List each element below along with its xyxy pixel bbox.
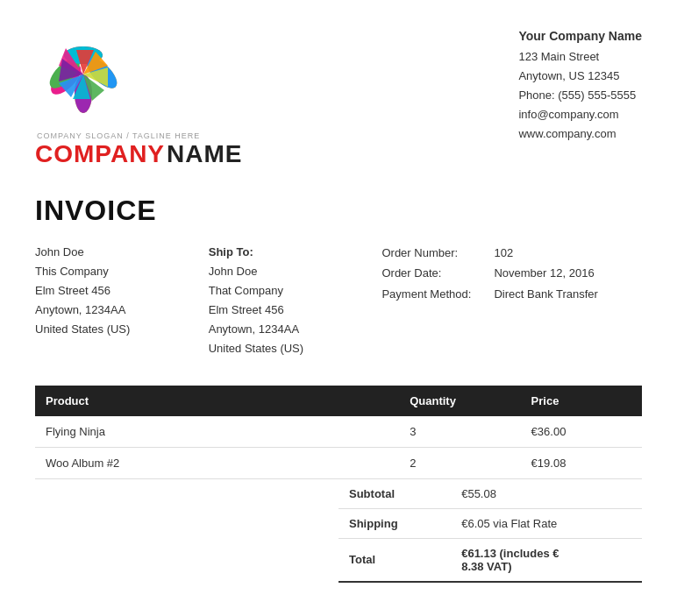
payment-method-value: Direct Bank Transfer [494, 284, 598, 304]
bill-from-city: Anytown, 1234AA [35, 301, 209, 320]
order-info: Order Number: 102 Order Date: November 1… [381, 243, 642, 359]
shipping-label: Shipping [338, 508, 451, 538]
col-header-quantity: Quantity [399, 386, 520, 416]
company-info-email: info@company.com [518, 105, 642, 124]
invoice-header: COMPANY SLOGAN / TAGLINE HERE COMPANY NA… [35, 26, 642, 168]
company-name-black: NAME [167, 140, 242, 168]
subtotal-value: €55.08 [451, 479, 642, 509]
bill-from-company: This Company [35, 262, 209, 281]
logo-area: COMPANY SLOGAN / TAGLINE HERE COMPANY NA… [35, 26, 243, 168]
company-info-phone: Phone: (555) 555-5555 [518, 86, 642, 105]
ship-to-label: Ship To: [209, 243, 382, 262]
ship-to: Ship To: John Doe That Company Elm Stree… [209, 243, 382, 359]
table-row: Woo Album #2 2 €19.08 [35, 447, 642, 478]
totals-table: Subtotal €55.08 Shipping €6.05 via Flat … [338, 479, 642, 583]
total-label: Total [338, 538, 451, 582]
shipping-row: Shipping €6.05 via Flat Rate [338, 508, 642, 538]
table-cell-quantity: 2 [399, 447, 520, 478]
logo-icon [35, 26, 149, 123]
subtotal-row: Subtotal €55.08 [338, 479, 642, 509]
table-cell-price: €19.08 [521, 447, 642, 478]
invoice-table: Product Quantity Price Flying Ninja 3 €3… [35, 386, 642, 479]
invoice-title: INVOICE [35, 195, 642, 227]
total-value: €61.13 (includes €8.38 VAT) [451, 538, 642, 582]
payment-method-row: Payment Method: Direct Bank Transfer [381, 284, 642, 304]
ship-to-name: John Doe [209, 262, 382, 281]
ship-to-country: United States (US) [209, 339, 382, 358]
total-row: Total €61.13 (includes €8.38 VAT) [338, 538, 642, 582]
billing-section: John Doe This Company Elm Street 456 Any… [35, 243, 642, 359]
company-name-line: COMPANY NAME [35, 140, 243, 168]
shipping-value: €6.05 via Flat Rate [451, 508, 642, 538]
subtotal-label: Subtotal [338, 479, 451, 509]
ship-to-company: That Company [209, 281, 382, 301]
company-info-address1: 123 Main Street [518, 47, 642, 67]
company-info-website: www.company.com [518, 124, 642, 144]
payment-method-label: Payment Method: [381, 284, 487, 304]
company-slogan: COMPANY SLOGAN / TAGLINE HERE [37, 131, 243, 140]
ship-to-street: Elm Street 456 [209, 301, 382, 320]
company-info-address2: Anytown, US 12345 [518, 67, 642, 86]
bill-from-street: Elm Street 456 [35, 281, 209, 301]
company-name-red: COMPANY [35, 140, 165, 168]
order-date-value: November 12, 2016 [494, 263, 594, 283]
table-header-row: Product Quantity Price [35, 386, 642, 416]
bill-from-name: John Doe [35, 243, 209, 262]
order-date-label: Order Date: [381, 263, 487, 283]
ship-to-city: Anytown, 1234AA [209, 320, 382, 339]
order-number-label: Order Number: [381, 243, 487, 263]
table-cell-quantity: 3 [399, 416, 520, 448]
order-date-row: Order Date: November 12, 2016 [381, 263, 642, 283]
order-number-value: 102 [494, 243, 513, 263]
col-header-product: Product [35, 386, 399, 416]
bill-from: John Doe This Company Elm Street 456 Any… [35, 243, 209, 359]
table-cell-price: €36.00 [521, 416, 642, 448]
order-number-row: Order Number: 102 [381, 243, 642, 263]
table-cell-product: Flying Ninja [35, 416, 399, 448]
bill-from-country: United States (US) [35, 320, 209, 339]
table-cell-product: Woo Album #2 [35, 447, 399, 478]
company-text-area: COMPANY SLOGAN / TAGLINE HERE COMPANY NA… [35, 131, 243, 168]
table-row: Flying Ninja 3 €36.00 [35, 416, 642, 448]
company-info: Your Company Name 123 Main Street Anytow… [518, 26, 642, 144]
company-info-name: Your Company Name [518, 26, 642, 47]
col-header-price: Price [521, 386, 642, 416]
